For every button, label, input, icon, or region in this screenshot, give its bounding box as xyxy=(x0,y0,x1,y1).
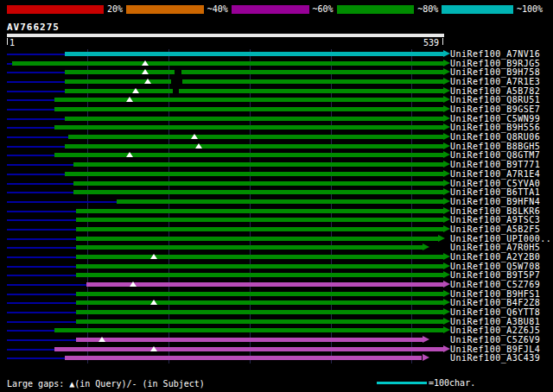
alignment-row: UniRef100_Q5W708 xyxy=(0,262,553,271)
hit-label[interactable]: UniRef100_C5Z6V9 xyxy=(450,335,540,345)
alignment-row: UniRef100_Q8RU06 xyxy=(0,132,553,142)
hit-bar[interactable] xyxy=(76,245,423,250)
hit-label[interactable]: UniRef100_B9T5P7 xyxy=(450,270,540,280)
hit-bar[interactable] xyxy=(76,273,443,277)
hit-bar[interactable] xyxy=(76,209,443,213)
hit-bar[interactable] xyxy=(76,264,443,269)
hit-bar[interactable] xyxy=(54,125,443,130)
hit-label[interactable]: UniRef100_A3C439 xyxy=(450,353,540,363)
hit-label[interactable]: UniRef100_Q5W708 xyxy=(450,262,540,271)
hit-bar[interactable] xyxy=(65,172,443,176)
hit-bar-arrowhead-icon xyxy=(443,161,450,168)
hit-label[interactable]: UniRef100_A2Y2B0 xyxy=(450,252,540,262)
hit-bar-arrowhead-icon xyxy=(443,115,450,122)
hit-bar[interactable] xyxy=(76,218,443,222)
hit-bar[interactable] xyxy=(65,79,443,84)
alignment-row: UniRef100_A7NV16 xyxy=(0,49,553,59)
hit-bar[interactable] xyxy=(76,310,443,314)
hit-bar[interactable] xyxy=(68,135,443,139)
unaligned-leader-line xyxy=(7,183,73,185)
hit-label[interactable]: UniRef100_C5WN99 xyxy=(450,114,540,123)
alignment-row: UniRef100_B9HFS1 xyxy=(0,289,553,299)
unaligned-leader-line xyxy=(7,256,76,258)
hit-label[interactable]: UniRef100_B9HFN4 xyxy=(450,197,540,206)
hit-label[interactable]: UniRef100_A5B782 xyxy=(450,86,540,96)
hit-bar-arrowhead-icon xyxy=(443,318,450,325)
hit-label[interactable]: UniRef100_A7NV16 xyxy=(450,49,540,59)
alignment-row: UniRef100_B9GSE7 xyxy=(0,104,553,114)
hit-bar[interactable] xyxy=(12,61,443,66)
hit-bar[interactable] xyxy=(65,52,443,56)
hit-bar[interactable] xyxy=(73,162,443,167)
hit-bar[interactable] xyxy=(65,89,443,93)
hit-bar[interactable] xyxy=(65,117,443,121)
hit-label[interactable]: UniRef100_B9T771 xyxy=(450,160,540,169)
unaligned-leader-line xyxy=(7,81,65,83)
hit-bar[interactable] xyxy=(73,181,443,186)
hit-label[interactable]: UniRef100_A3BU81 xyxy=(450,317,540,326)
hit-label[interactable]: UniRef100_B9RJG5 xyxy=(450,59,540,68)
unaligned-leader-line xyxy=(7,266,76,268)
hit-bar-arrowhead-icon xyxy=(443,50,450,57)
hit-bar[interactable] xyxy=(65,144,443,149)
hit-label[interactable]: UniRef100_C5Z769 xyxy=(450,280,540,289)
hit-bar-arrowhead-icon xyxy=(438,235,445,242)
hit-bar[interactable] xyxy=(76,300,443,305)
alignment-row: UniRef100_A2Z6J5 xyxy=(0,326,553,335)
hit-label[interactable]: UniRef100_Q6YTT8 xyxy=(450,307,540,317)
hit-label[interactable]: UniRef100_B9FJL4 xyxy=(450,345,540,354)
hit-bar[interactable] xyxy=(76,338,423,342)
hit-label[interactable]: UniRef100_Q8RU51 xyxy=(450,95,540,104)
hit-bar-arrowhead-icon xyxy=(443,142,450,149)
hit-label[interactable]: UniRef100_C5YVA0 xyxy=(450,179,540,188)
alignment-row: UniRef100_B6TTA1 xyxy=(0,187,553,197)
hit-bar[interactable] xyxy=(54,107,443,111)
unaligned-leader-line xyxy=(7,211,76,212)
hit-label[interactable]: UniRef100_B6TTA1 xyxy=(450,187,540,197)
hit-bar-arrowhead-icon xyxy=(443,105,450,112)
hit-bar[interactable] xyxy=(65,70,443,74)
hit-bar[interactable] xyxy=(54,98,443,102)
hit-bar[interactable] xyxy=(76,292,443,296)
unaligned-leader-line xyxy=(7,294,76,295)
hit-label[interactable]: UniRef100_Q8RU06 xyxy=(450,132,540,142)
hit-bar[interactable] xyxy=(76,227,443,231)
alignment-row: UniRef100_Q6YTT8 xyxy=(0,307,553,317)
legend-bar: Large gaps: ▲(in Query)/- (in Subject) =… xyxy=(7,378,550,390)
hit-label[interactable]: UniRef100_B9GSE7 xyxy=(450,104,540,114)
hit-label[interactable]: UniRef100_B9H556 xyxy=(450,123,540,132)
hit-label[interactable]: UniRef100_A7R1E3 xyxy=(450,77,540,86)
hit-bar[interactable] xyxy=(54,328,443,332)
query-gap-triangle-icon xyxy=(195,143,202,149)
hit-bar[interactable] xyxy=(76,319,443,324)
hit-label[interactable]: UniRef100_B8BGH5 xyxy=(450,142,540,151)
alignment-row: UniRef100_C5YVA0 xyxy=(0,179,553,188)
unaligned-leader-line xyxy=(7,357,65,359)
hit-label[interactable]: UniRef100_A7R1E4 xyxy=(450,169,540,179)
scale-legend-text: =100char. xyxy=(429,378,475,388)
hit-bar[interactable] xyxy=(76,237,439,241)
hit-bar[interactable] xyxy=(65,356,423,360)
unaligned-leader-line xyxy=(7,302,76,304)
alignment-row: UniRef100_UPI000... xyxy=(0,234,553,243)
hit-label[interactable]: UniRef100_Q8GTM7 xyxy=(450,150,540,160)
hit-bar[interactable] xyxy=(86,282,443,287)
hit-label[interactable]: UniRef100_UPI000... xyxy=(450,234,553,243)
hit-label[interactable]: UniRef100_A7R0H5 xyxy=(450,243,540,252)
hit-label[interactable]: UniRef100_A2Z6J5 xyxy=(450,326,540,335)
query-gap-triangle-icon xyxy=(191,134,198,139)
hit-bar[interactable] xyxy=(54,153,443,157)
hit-label[interactable]: UniRef100_A9TSC3 xyxy=(450,215,540,224)
hit-bar-arrowhead-icon xyxy=(443,133,450,140)
hit-label[interactable]: UniRef100_B4F2Z8 xyxy=(450,298,540,307)
hit-bar[interactable] xyxy=(73,190,443,194)
hit-bar[interactable] xyxy=(76,255,443,259)
hit-label[interactable]: UniRef100_B9HFS1 xyxy=(450,289,540,299)
hit-label[interactable]: UniRef100_B9H758 xyxy=(450,67,540,77)
hit-label[interactable]: UniRef100_B8LKR6 xyxy=(450,206,540,216)
unaligned-leader-line xyxy=(7,174,65,175)
alignment-row: UniRef100_A9TSC3 xyxy=(0,215,553,224)
hit-bar[interactable] xyxy=(117,199,443,204)
hit-bar[interactable] xyxy=(54,347,443,351)
hit-label[interactable]: UniRef100_A5B2F5 xyxy=(450,224,540,234)
